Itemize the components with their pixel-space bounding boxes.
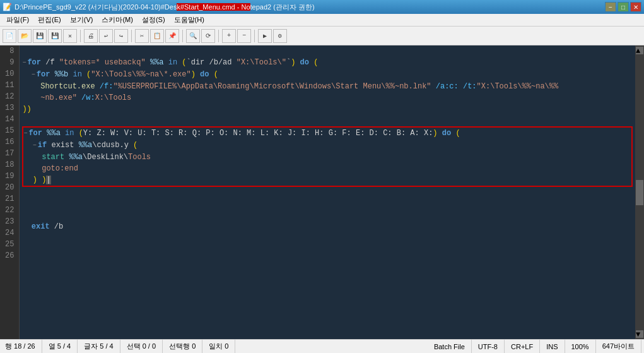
- status-selection: 선택 0 / 0: [120, 340, 163, 353]
- status-col: 열 5 / 4: [42, 340, 78, 353]
- code-line-14: −for %%a in (Y: Z: W: V: U: T: S: R: Q: …: [23, 128, 631, 140]
- toolbar-sep-5: [254, 30, 255, 42]
- app-icon: 📝: [3, 3, 12, 11]
- ln-10: 10: [5, 68, 14, 80]
- scroll-up[interactable]: ▲: [636, 47, 643, 54]
- settings-button[interactable]: ⚙: [273, 29, 287, 43]
- code-line-26: [22, 266, 633, 278]
- toolbar-sep-1: [80, 30, 81, 42]
- status-mode: INS: [540, 340, 565, 353]
- open-button[interactable]: 📂: [18, 29, 32, 43]
- ln-14: 14: [5, 114, 14, 125]
- toolbar-sep-4: [218, 30, 219, 42]
- code-line-15: −if exist %%a\cdusb.y (: [23, 140, 631, 152]
- ln-24: 24: [5, 227, 14, 239]
- redo-button[interactable]: ↪: [114, 29, 128, 43]
- code-line-18: ) )|: [23, 174, 631, 186]
- code-line-19: [22, 187, 633, 198]
- replace-button[interactable]: ⟳: [201, 29, 215, 43]
- code-line-21: [22, 210, 633, 221]
- paste-button[interactable]: 📌: [165, 29, 179, 43]
- save-all-button[interactable]: 💾: [48, 29, 62, 43]
- menu-item-스키마(M)[interactable]: 스키마(M): [98, 14, 137, 26]
- status-size: 647바이트: [596, 340, 641, 353]
- ln-8: 8: [5, 45, 14, 57]
- close-button[interactable]: ✕: [630, 2, 641, 12]
- ln-15: 15: [5, 125, 14, 136]
- menu-item-편집(E)[interactable]: 편집(E): [34, 14, 65, 26]
- menu-item-파일(F)[interactable]: 파일(F): [3, 14, 33, 26]
- code-line-10: −for %%b in ("X:\Tools\%%~na\*.exe") do …: [22, 69, 633, 81]
- scrollbar[interactable]: ▲ ▼: [635, 45, 644, 339]
- code-line-8: [22, 45, 633, 57]
- code-editor[interactable]: −for /f "tokens=* usebackq" %%a in (`dir…: [20, 45, 635, 339]
- ln-23: 23: [5, 216, 14, 227]
- status-position: 행 18 / 26: [3, 340, 42, 353]
- title-prefix: D:\PrincePE_sgd9_v22 (서기다님)(2020-04-10)#…: [15, 3, 177, 11]
- code-line-20: [22, 198, 633, 210]
- code-line-24: [22, 244, 633, 255]
- title-suffix: tepad2 (관리자 권한): [250, 3, 315, 11]
- close-file-button[interactable]: ✕: [63, 29, 77, 43]
- code-line-25: [22, 255, 633, 266]
- cut-button[interactable]: ✂: [135, 29, 149, 43]
- fold-15[interactable]: −: [33, 142, 37, 149]
- menu-item-보기(V)[interactable]: 보기(V): [66, 14, 97, 26]
- copy-button[interactable]: 📋: [150, 29, 164, 43]
- status-char: 글자 5 / 4: [78, 340, 120, 353]
- code-line-13: [22, 115, 633, 126]
- code-line-12: )): [22, 104, 633, 115]
- ln-18: 18: [5, 159, 14, 171]
- zoom-out-button[interactable]: −: [237, 29, 251, 43]
- status-file-type: Batch File: [428, 340, 472, 353]
- fold-10[interactable]: −: [32, 71, 35, 78]
- title-highlight: k#Start_Menu.cmd - No: [177, 3, 250, 11]
- ln-12: 12: [5, 91, 14, 102]
- code-line-16: start %%a\DeskLink\Tools: [23, 152, 631, 163]
- print-button[interactable]: 🖨: [84, 29, 98, 43]
- ln-21: 21: [5, 193, 14, 205]
- save-button[interactable]: 💾: [33, 29, 47, 43]
- code-line-17: goto:end: [23, 163, 631, 174]
- ln-26: 26: [5, 250, 14, 261]
- minimize-button[interactable]: −: [605, 2, 616, 12]
- fold-14[interactable]: −: [23, 130, 27, 137]
- menu-item-도움말(H)[interactable]: 도움말(H): [170, 14, 208, 26]
- maximize-button[interactable]: □: [618, 2, 629, 12]
- status-encoding: UTF-8: [472, 340, 505, 353]
- title-bar: 📝 D:\PrincePE_sgd9_v22 (서기다님)(2020-04-10…: [0, 0, 644, 14]
- zoom-in-button[interactable]: +: [222, 29, 236, 43]
- status-line-ending: CR+LF: [505, 340, 540, 353]
- undo-button[interactable]: ↩: [99, 29, 113, 43]
- code-line-11: Shortcut.exe /f:"%USERPROFILE%\AppData\R…: [22, 81, 633, 92]
- line-numbers: 8 9 10 11 12 13 14 15 16 17 18 19 20 21 …: [0, 45, 20, 339]
- code-line-9: −for /f "tokens=* usebackq" %%a in (`dir…: [22, 57, 633, 69]
- ln-25: 25: [5, 239, 14, 250]
- menu-bar: 파일(F)편집(E)보기(V)스키마(M)설정(S)도움말(H): [0, 14, 644, 27]
- find-button[interactable]: 🔍: [186, 29, 200, 43]
- ln-17: 17: [5, 148, 14, 159]
- toolbar: 📄 📂 💾 💾 ✕ 🖨 ↩ ↪ ✂ 📋 📌 🔍 ⟳ + − ▶ ⚙: [0, 27, 644, 45]
- toolbar-sep-2: [131, 30, 132, 42]
- ln-22: 22: [5, 205, 14, 216]
- title-bar-controls: − □ ✕: [605, 2, 641, 12]
- highlighted-block: −for %%a in (Y: Z: W: V: U: T: S: R: Q: …: [22, 126, 633, 187]
- ln-13: 13: [5, 102, 14, 114]
- code-line-11b: ~nb.exe" /w:X:\Tools: [22, 92, 633, 104]
- fold-9[interactable]: −: [22, 59, 26, 66]
- code-line-23: [22, 232, 633, 244]
- ln-16: 16: [5, 136, 14, 148]
- scroll-thumb[interactable]: [636, 180, 643, 205]
- status-bar: 행 18 / 26 열 5 / 4 글자 5 / 4 선택 0 / 0 선택행 …: [0, 339, 644, 353]
- new-button[interactable]: 📄: [3, 29, 16, 43]
- toolbar-sep-3: [182, 30, 183, 42]
- ln-19: 19: [5, 171, 14, 182]
- status-zoom: 100%: [565, 340, 596, 353]
- menu-item-설정(S)[interactable]: 설정(S): [138, 14, 169, 26]
- editor-container: 8 9 10 11 12 13 14 15 16 17 18 19 20 21 …: [0, 45, 644, 339]
- scroll-down[interactable]: ▼: [636, 330, 643, 338]
- status-selection-line: 선택행 0: [163, 340, 202, 353]
- run-button[interactable]: ▶: [258, 29, 272, 43]
- ln-9: 9: [5, 57, 14, 68]
- title-text: D:\PrincePE_sgd9_v22 (서기다님)(2020-04-10)#…: [15, 3, 315, 12]
